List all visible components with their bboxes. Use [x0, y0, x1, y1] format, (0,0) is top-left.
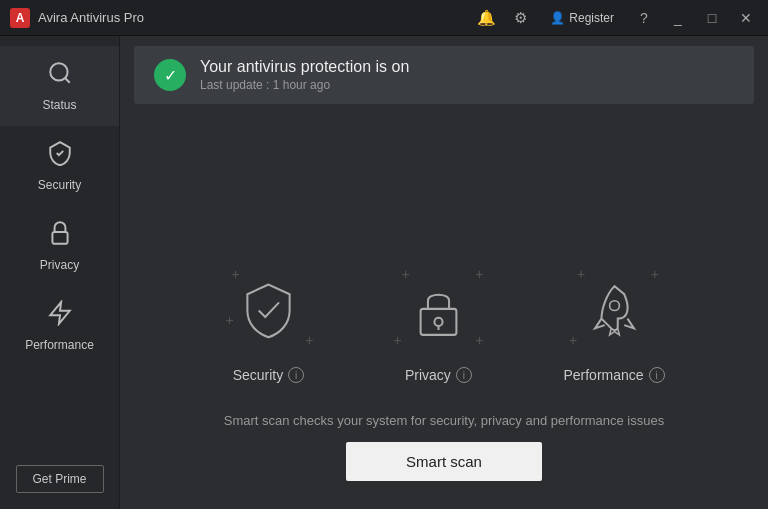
plus-decoration: + — [225, 313, 233, 327]
sidebar-bottom: Get Prime — [15, 465, 103, 493]
privacy-label-text: Privacy — [405, 367, 451, 383]
svg-rect-4 — [421, 308, 457, 334]
title-bar: A Avira Antivirus Pro 🔔 ⚙ 👤 Register ? _… — [0, 0, 768, 36]
avira-logo-icon: A — [10, 8, 30, 28]
sidebar-item-status[interactable]: Status — [0, 46, 119, 126]
performance-info-icon[interactable]: i — [649, 367, 665, 383]
security-icon-wrap: + + + — [223, 265, 313, 355]
last-update-text: Last update : 1 hour ago — [200, 78, 409, 92]
plus-decoration: + — [475, 267, 483, 281]
sidebar-performance-label: Performance — [25, 338, 94, 352]
svg-point-5 — [434, 317, 442, 325]
sidebar-item-performance[interactable]: Performance — [0, 286, 119, 366]
security-info-icon[interactable]: i — [288, 367, 304, 383]
smart-scan-description: Smart scan checks your system for securi… — [224, 413, 664, 428]
svg-line-1 — [65, 78, 70, 83]
svg-point-7 — [609, 300, 619, 310]
plus-decoration: + — [577, 267, 585, 281]
security-feature: + + + Security i — [223, 265, 313, 383]
settings-icon[interactable]: ⚙ — [506, 6, 534, 30]
smart-scan-button[interactable]: Smart scan — [346, 442, 542, 481]
plus-decoration: + — [393, 333, 401, 347]
svg-marker-3 — [50, 302, 70, 324]
performance-nav-icon — [47, 300, 73, 332]
plus-decoration: + — [401, 267, 409, 281]
plus-decoration: + — [305, 333, 313, 347]
sidebar-status-label: Status — [42, 98, 76, 112]
performance-feature: + + + Perform — [563, 265, 664, 383]
performance-icon-wrap: + + + — [569, 265, 659, 355]
security-feature-label: Security i — [233, 367, 305, 383]
user-icon: 👤 — [550, 11, 565, 25]
content-area: ✓ Your antivirus protection is on Last u… — [120, 36, 768, 509]
bottom-section: Smart scan checks your system for securi… — [120, 403, 768, 509]
privacy-nav-icon — [47, 220, 73, 252]
help-button[interactable]: ? — [630, 6, 658, 30]
close-button[interactable]: ✕ — [732, 6, 760, 30]
sidebar-privacy-label: Privacy — [40, 258, 79, 272]
minimize-button[interactable]: _ — [664, 6, 692, 30]
plus-decoration: + — [231, 267, 239, 281]
notification-icon[interactable]: 🔔 — [472, 6, 500, 30]
svg-rect-2 — [52, 232, 67, 244]
maximize-button[interactable]: □ — [698, 6, 726, 30]
title-bar-right: 🔔 ⚙ 👤 Register ? _ □ ✕ — [472, 6, 760, 30]
performance-label-text: Performance — [563, 367, 643, 383]
title-bar-left: A Avira Antivirus Pro — [10, 8, 144, 28]
sidebar-security-label: Security — [38, 178, 81, 192]
app-title: Avira Antivirus Pro — [38, 10, 144, 25]
status-nav-icon — [47, 60, 73, 92]
privacy-icon-wrap: + + + + — [393, 265, 483, 355]
status-text-block: Your antivirus protection is on Last upd… — [200, 58, 409, 92]
register-label: Register — [569, 11, 614, 25]
plus-decoration: + — [475, 333, 483, 347]
main-container: Status Security Privacy — [0, 36, 768, 509]
privacy-feature-label: Privacy i — [405, 367, 472, 383]
security-nav-icon — [47, 140, 73, 172]
register-button[interactable]: 👤 Register — [540, 8, 624, 28]
privacy-feature: + + + + Privacy i — [393, 265, 483, 383]
privacy-info-icon[interactable]: i — [456, 367, 472, 383]
plus-decoration: + — [569, 333, 577, 347]
sidebar-item-security[interactable]: Security — [0, 126, 119, 206]
features-section: + + + Security i + + + — [120, 104, 768, 403]
sidebar: Status Security Privacy — [0, 36, 120, 509]
status-bar: ✓ Your antivirus protection is on Last u… — [134, 46, 754, 104]
plus-decoration: + — [651, 267, 659, 281]
sidebar-item-privacy[interactable]: Privacy — [0, 206, 119, 286]
get-prime-button[interactable]: Get Prime — [15, 465, 103, 493]
svg-point-0 — [50, 63, 67, 80]
protection-check-icon: ✓ — [154, 59, 186, 91]
protection-status-text: Your antivirus protection is on — [200, 58, 409, 76]
security-label-text: Security — [233, 367, 284, 383]
performance-feature-label: Performance i — [563, 367, 664, 383]
